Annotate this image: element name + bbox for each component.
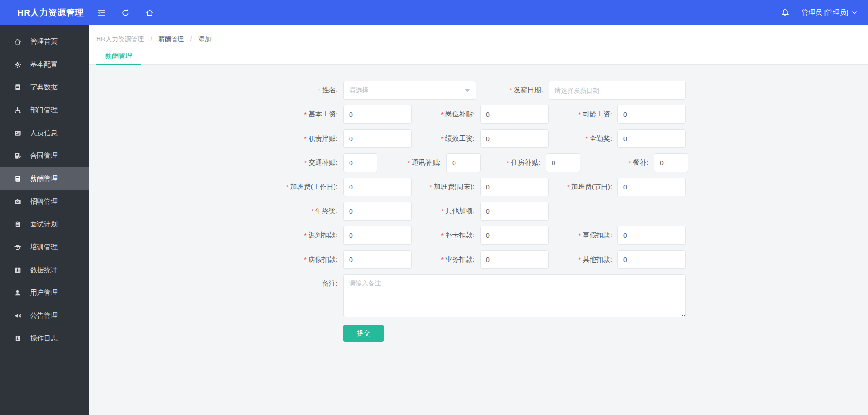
form-row: *姓名: 请选择 *发薪日期: bbox=[89, 81, 868, 100]
duty-allowance-input[interactable] bbox=[343, 129, 412, 148]
interview-clipboard-icon bbox=[14, 221, 21, 228]
late-deduction-label: *迟到扣款: bbox=[89, 231, 343, 240]
home-icon bbox=[14, 38, 21, 46]
sidebar-item-dictionary[interactable]: 字典数据 bbox=[0, 76, 89, 99]
communication-allowance-label: *通讯补贴: bbox=[377, 158, 446, 167]
submit-button[interactable]: 提交 bbox=[343, 325, 384, 342]
name-select[interactable]: 请选择 bbox=[343, 81, 476, 100]
name-label: *姓名: bbox=[89, 86, 343, 95]
post-allowance-input[interactable] bbox=[480, 105, 549, 124]
sidebar-item-salary[interactable]: 薪酬管理 bbox=[0, 167, 89, 190]
full-attendance-bonus-label: *全勤奖: bbox=[549, 134, 617, 143]
header-toolbar bbox=[97, 8, 154, 17]
performance-salary-input[interactable] bbox=[480, 129, 549, 148]
required-mark: * bbox=[304, 159, 306, 167]
required-mark: * bbox=[441, 232, 443, 239]
sidebar-item-basic-config[interactable]: 基本配置 bbox=[0, 53, 89, 76]
overtime-weekday-input[interactable] bbox=[343, 178, 412, 196]
remark-textarea[interactable] bbox=[343, 274, 686, 317]
sidebar-item-label: 字典数据 bbox=[30, 83, 58, 92]
sidebar-item-department[interactable]: 部门管理 bbox=[0, 99, 89, 121]
transport-allowance-label: *交通补贴: bbox=[89, 158, 343, 167]
sidebar-item-recruitment[interactable]: 招聘管理 bbox=[0, 190, 89, 213]
business-deduction-label: *业务扣款: bbox=[412, 255, 480, 264]
sidebar-item-label: 面试计划 bbox=[30, 220, 58, 229]
contract-icon bbox=[14, 152, 21, 160]
year-end-bonus-input[interactable] bbox=[343, 202, 412, 221]
sidebar-item-label: 部门管理 bbox=[30, 106, 58, 115]
salary-form: *姓名: 请选择 *发薪日期: *基本工资: *岗位补贴: *司龄工资: *职责… bbox=[89, 65, 868, 415]
recruit-camera-icon bbox=[14, 198, 21, 205]
sidebar-item-statistics[interactable]: 数据统计 bbox=[0, 258, 89, 281]
sidebar-item-label: 培训管理 bbox=[30, 243, 58, 252]
stats-chart-icon bbox=[14, 266, 21, 274]
user-label: 管理员 [管理员] bbox=[801, 8, 848, 17]
breadcrumb-item[interactable]: 薪酬管理 bbox=[158, 35, 184, 42]
seniority-salary-label: *司龄工资: bbox=[549, 110, 617, 119]
refresh-icon[interactable] bbox=[121, 8, 130, 17]
sidebar-fold-icon[interactable] bbox=[97, 8, 106, 17]
pay-date-label: *发薪日期: bbox=[476, 86, 549, 95]
seniority-salary-input[interactable] bbox=[617, 105, 686, 124]
base-salary-input[interactable] bbox=[343, 105, 412, 124]
overtime-weekend-label: *加班费(周末): bbox=[412, 183, 480, 191]
other-addition-input[interactable] bbox=[480, 202, 549, 221]
other-addition-label: *其他加项: bbox=[412, 207, 480, 215]
salary-icon bbox=[14, 175, 21, 183]
sidebar-item-operation-log[interactable]: 操作日志 bbox=[0, 327, 89, 350]
sidebar-item-announcements[interactable]: 公告管理 bbox=[0, 304, 89, 327]
other-deduction-input[interactable] bbox=[617, 250, 686, 269]
personal-leave-deduction-input[interactable] bbox=[617, 226, 686, 245]
late-deduction-input[interactable] bbox=[343, 226, 412, 245]
communication-allowance-input[interactable] bbox=[446, 153, 481, 172]
sidebar-item-label: 管理首页 bbox=[30, 37, 58, 46]
overtime-holiday-input[interactable] bbox=[617, 178, 686, 196]
top-header: HR人力资源管理 管理员 [管理员] bbox=[0, 0, 868, 25]
sick-leave-deduction-input[interactable] bbox=[343, 250, 412, 269]
dictionary-icon bbox=[14, 84, 21, 91]
id-card-icon bbox=[14, 129, 21, 137]
announcement-speaker-icon bbox=[14, 312, 21, 320]
select-caret-down-icon bbox=[465, 89, 470, 92]
required-mark: * bbox=[578, 256, 580, 263]
sidebar-item-training[interactable]: 培训管理 bbox=[0, 236, 89, 258]
user-menu[interactable]: 管理员 [管理员] bbox=[801, 8, 857, 17]
sidebar-item-label: 用户管理 bbox=[30, 289, 58, 297]
overtime-holiday-label: *加班费(节日): bbox=[549, 183, 617, 191]
header-right: 管理员 [管理员] bbox=[780, 8, 868, 17]
form-row: *迟到扣款: *补卡扣款: *事假扣款: bbox=[89, 226, 868, 245]
required-mark: * bbox=[429, 184, 432, 191]
breadcrumb-item[interactable]: HR人力资源管理 bbox=[96, 35, 144, 42]
form-row: *职责津贴: *绩效工资: *全勤奖: bbox=[89, 129, 868, 148]
overtime-weekend-input[interactable] bbox=[480, 178, 549, 196]
sidebar-item-label: 数据统计 bbox=[30, 266, 58, 274]
sidebar-item-interview-plan[interactable]: 面试计划 bbox=[0, 213, 89, 236]
sidebar-item-personnel[interactable]: 人员信息 bbox=[0, 121, 89, 144]
required-mark: * bbox=[585, 135, 587, 142]
required-mark: * bbox=[441, 256, 443, 263]
business-deduction-input[interactable] bbox=[480, 250, 549, 269]
sidebar-item-home[interactable]: 管理首页 bbox=[0, 30, 89, 53]
meal-allowance-input[interactable] bbox=[654, 153, 688, 172]
year-end-bonus-label: *年终奖: bbox=[89, 207, 343, 215]
transport-allowance-input[interactable] bbox=[343, 153, 377, 172]
notification-bell-icon[interactable] bbox=[780, 8, 790, 17]
breadcrumb-item-current: 添加 bbox=[199, 35, 211, 42]
required-mark: * bbox=[304, 135, 306, 142]
required-mark: * bbox=[441, 135, 443, 142]
missed-punch-deduction-input[interactable] bbox=[480, 226, 549, 245]
required-mark: * bbox=[407, 159, 409, 167]
home-icon[interactable] bbox=[145, 8, 154, 17]
required-mark: * bbox=[304, 256, 306, 263]
pay-date-input[interactable] bbox=[549, 81, 686, 100]
operation-log-icon bbox=[14, 335, 21, 342]
housing-allowance-input[interactable] bbox=[546, 153, 580, 172]
app-title: HR人力资源管理 bbox=[0, 7, 89, 19]
required-mark: * bbox=[304, 232, 306, 239]
tab-salary-management[interactable]: 薪酬管理 bbox=[96, 46, 141, 65]
sidebar-item-contract[interactable]: 合同管理 bbox=[0, 144, 89, 167]
full-attendance-bonus-input[interactable] bbox=[617, 129, 686, 148]
required-mark: * bbox=[578, 232, 580, 239]
user-icon bbox=[14, 289, 21, 297]
sidebar-item-users[interactable]: 用户管理 bbox=[0, 281, 89, 304]
